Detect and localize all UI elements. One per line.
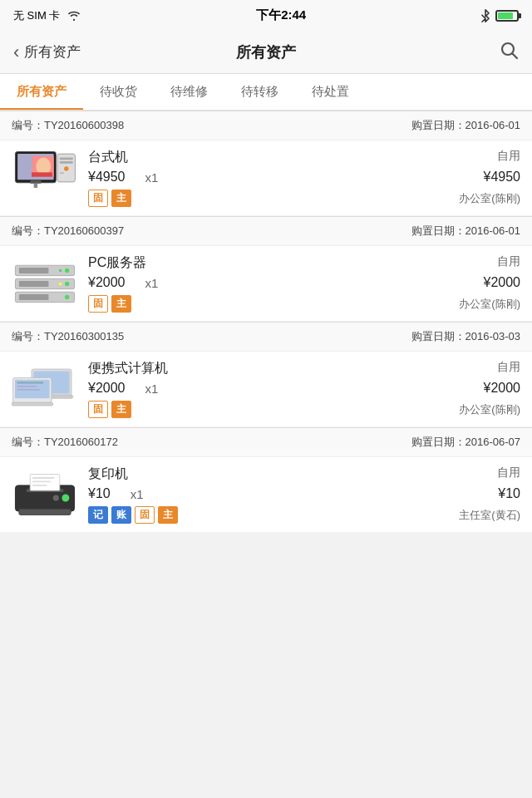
asset-location-2: 办公室(陈刚) — [459, 402, 520, 417]
tab-item-3[interactable]: 待转移 — [224, 74, 295, 110]
asset-row2-0: ¥4950 x1 ¥4950 — [88, 170, 520, 185]
asset-qty-0: x1 — [145, 170, 159, 185]
asset-row1-3: 复印机 自用 — [88, 466, 520, 483]
asset-usage-0: 自用 — [497, 149, 520, 164]
asset-price-qty-2: ¥2000 x1 — [88, 381, 158, 396]
asset-usage-2: 自用 — [497, 360, 520, 375]
search-button[interactable] — [499, 40, 519, 65]
tag-zhu: 主 — [111, 190, 131, 207]
asset-total-1: ¥2000 — [484, 275, 521, 290]
svg-rect-7 — [30, 180, 41, 184]
asset-date-3: 购置日期：2016-06-07 — [411, 435, 521, 450]
asset-price-3: ¥10 — [88, 486, 111, 501]
back-chevron-icon: ‹ — [13, 42, 19, 63]
asset-price-qty-0: ¥4950 x1 — [88, 170, 158, 185]
asset-body-1: PC服务器 自用 ¥2000 x1 ¥2000 固主 办公室(陈刚) — [0, 246, 532, 321]
asset-location-3: 主任室(黄石) — [459, 508, 520, 523]
asset-date-0: 购置日期：2016-06-01 — [411, 118, 521, 133]
tag-zhang: 账 — [111, 506, 131, 524]
asset-price-qty-3: ¥10 x1 — [88, 486, 144, 501]
wifi-icon — [66, 10, 81, 22]
asset-qty-3: x1 — [131, 487, 144, 501]
asset-header-1: 编号：TY20160600397 购置日期：2016-06-01 — [0, 217, 532, 246]
asset-tags-3: 记账固主 — [88, 506, 178, 524]
asset-item-1[interactable]: 编号：TY20160600397 购置日期：2016-06-01 PC服务器 自… — [0, 216, 532, 321]
asset-image-3 — [12, 466, 78, 524]
status-left: 无 SIM 卡 — [13, 8, 81, 23]
tag-gu: 固 — [135, 506, 155, 524]
asset-total-2: ¥2000 — [484, 381, 521, 396]
tab-item-2[interactable]: 待维修 — [154, 74, 224, 110]
asset-usage-3: 自用 — [497, 466, 520, 480]
status-time: 下午2:44 — [256, 7, 306, 23]
battery-fill — [498, 12, 513, 19]
asset-item-0[interactable]: 编号：TY20160600398 购置日期：2016-06-01 — [0, 111, 532, 215]
asset-details-0: 台式机 自用 ¥4950 x1 ¥4950 固主 办公室(陈刚) — [88, 149, 520, 207]
asset-row2-2: ¥2000 x1 ¥2000 — [88, 381, 520, 396]
search-icon — [499, 40, 519, 60]
asset-date-2: 购置日期：2016-03-03 — [411, 329, 521, 344]
bluetooth-icon — [480, 9, 490, 22]
svg-point-24 — [65, 295, 69, 299]
asset-number-3: 编号：TY2016060172 — [12, 435, 118, 450]
tag-zhu: 主 — [158, 506, 178, 524]
asset-tags-0: 固主 — [88, 190, 131, 207]
asset-name-1: PC服务器 — [88, 254, 146, 272]
tag-ji: 记 — [88, 506, 108, 524]
asset-row1-1: PC服务器 自用 — [88, 254, 520, 272]
asset-item-2[interactable]: 编号：TY20160300135 购置日期：2016-03-03 便携式计算机 — [0, 322, 532, 426]
asset-list: 编号：TY20160600398 购置日期：2016-06-01 — [0, 111, 532, 532]
asset-image-0 — [12, 149, 78, 207]
asset-usage-1: 自用 — [497, 254, 520, 269]
svg-rect-30 — [17, 382, 43, 383]
asset-body-3: 复印机 自用 ¥10 x1 ¥10 记账固主 主任室(黄石) — [0, 457, 532, 532]
asset-row2-3: ¥10 x1 ¥10 — [88, 486, 520, 501]
svg-point-12 — [64, 166, 68, 170]
battery-icon — [495, 10, 519, 22]
asset-row3-0: 固主 办公室(陈刚) — [88, 190, 520, 207]
asset-qty-1: x1 — [145, 276, 159, 290]
svg-rect-8 — [34, 184, 37, 188]
asset-name-2: 便携式计算机 — [88, 360, 168, 377]
asset-row3-2: 固主 办公室(陈刚) — [88, 401, 520, 418]
tag-gu: 固 — [88, 401, 108, 418]
asset-details-3: 复印机 自用 ¥10 x1 ¥10 记账固主 主任室(黄石) — [88, 466, 520, 524]
asset-image-1 — [12, 254, 78, 313]
tab-item-0[interactable]: 所有资产 — [0, 74, 83, 110]
asset-body-2: 便携式计算机 自用 ¥2000 x1 ¥2000 固主 办公室(陈刚) — [0, 352, 532, 426]
tag-gu: 固 — [88, 190, 108, 207]
svg-rect-23 — [19, 294, 49, 300]
svg-rect-39 — [32, 485, 47, 486]
svg-point-20 — [65, 282, 69, 286]
asset-header-3: 编号：TY2016060172 购置日期：2016-06-07 — [0, 428, 532, 457]
asset-row3-1: 固主 办公室(陈刚) — [88, 295, 520, 313]
asset-row1-2: 便携式计算机 自用 — [88, 360, 520, 377]
svg-rect-33 — [12, 402, 53, 406]
svg-rect-15 — [19, 268, 49, 273]
asset-price-1: ¥2000 — [88, 275, 126, 290]
nav-back-label: 所有资产 — [24, 42, 81, 62]
svg-point-21 — [59, 283, 62, 286]
nav-back-button[interactable]: ‹ 所有资产 — [13, 42, 81, 63]
tab-item-1[interactable]: 待收货 — [83, 74, 154, 110]
asset-row3-3: 记账固主 主任室(黄石) — [88, 506, 520, 524]
asset-item-3[interactable]: 编号：TY2016060172 购置日期：2016-06-07 — [0, 427, 532, 532]
asset-header-0: 编号：TY20160600398 购置日期：2016-06-01 — [0, 111, 532, 140]
asset-number-0: 编号：TY20160600398 — [12, 118, 124, 133]
svg-rect-11 — [60, 161, 73, 164]
svg-rect-37 — [32, 477, 55, 479]
svg-rect-38 — [32, 481, 51, 483]
svg-rect-6 — [32, 172, 52, 176]
tab-item-4[interactable]: 待处置 — [295, 74, 366, 110]
asset-row2-1: ¥2000 x1 ¥2000 — [88, 275, 520, 290]
asset-tags-1: 固主 — [88, 295, 131, 313]
tag-gu: 固 — [88, 295, 108, 313]
asset-image-2 — [12, 360, 78, 418]
asset-body-0: 台式机 自用 ¥4950 x1 ¥4950 固主 办公室(陈刚) — [0, 140, 532, 215]
svg-rect-31 — [17, 386, 37, 387]
asset-price-2: ¥2000 — [88, 381, 126, 396]
svg-rect-42 — [19, 509, 71, 515]
status-right — [480, 9, 519, 22]
nav-bar: ‹ 所有资产 所有资产 — [0, 31, 532, 74]
asset-row1-0: 台式机 自用 — [88, 149, 520, 166]
